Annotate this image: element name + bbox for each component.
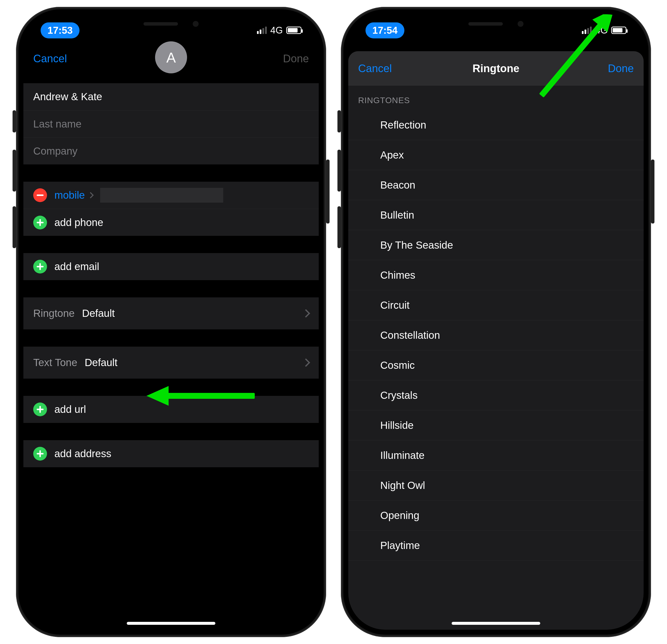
company-field[interactable]: Company [23, 138, 319, 164]
network-label: 4G [270, 25, 283, 36]
ringtone-item[interactable]: Bulletin [348, 200, 644, 230]
ringtone-sheet: Cancel Ringtone Done RINGTONES Reflectio… [348, 51, 644, 630]
phone-number-redacted[interactable] [100, 188, 223, 203]
add-address-row[interactable]: add address [23, 440, 319, 467]
ringtone-item[interactable]: Opening [348, 500, 644, 531]
texttone-row[interactable]: Text Tone Default [23, 347, 319, 379]
done-button[interactable]: Done [589, 62, 634, 75]
ringtone-list[interactable]: ReflectionApexBeaconBulletinBy The Seasi… [348, 110, 644, 561]
add-url-label: add url [54, 403, 86, 415]
notch [427, 14, 565, 33]
ringtone-item[interactable]: Illuminate [348, 440, 644, 470]
chevron-mini-icon [87, 192, 94, 198]
status-time: 17:53 [40, 22, 80, 38]
ringtone-value: Default [82, 307, 115, 319]
status-time: 17:54 [365, 22, 404, 38]
cancel-button[interactable]: Cancel [33, 52, 78, 65]
ringtone-item[interactable]: Beacon [348, 170, 644, 200]
phone-left: 17:53 4G Cancel Done A Andrew & Kate Las… [16, 7, 326, 637]
done-button[interactable]: Done [264, 52, 309, 65]
texttone-label: Text Tone [33, 357, 77, 369]
ringtone-item[interactable]: By The Seaside [348, 230, 644, 260]
first-name-field[interactable]: Andrew & Kate [23, 83, 319, 110]
ringtone-item[interactable]: Night Owl [348, 470, 644, 500]
add-icon [33, 447, 47, 461]
battery-icon [286, 27, 302, 34]
ringtone-item[interactable]: Reflection [348, 110, 644, 140]
screen-left: 17:53 4G Cancel Done A Andrew & Kate Las… [23, 14, 319, 630]
ringtone-row[interactable]: Ringtone Default [23, 297, 319, 329]
add-phone-label: add phone [54, 216, 103, 228]
last-name-field[interactable]: Last name [23, 110, 319, 138]
phone-row[interactable]: mobile [23, 182, 319, 209]
cancel-button[interactable]: Cancel [358, 62, 403, 75]
signal-icon [257, 27, 267, 34]
chevron-right-icon [302, 309, 310, 318]
add-icon [33, 216, 47, 229]
ringtone-item[interactable]: Cosmic [348, 350, 644, 380]
ringtone-item[interactable]: Apex [348, 140, 644, 170]
remove-icon[interactable] [33, 188, 47, 202]
phone-right: 17:54 4G Cancel Ringtone Done RINGTONES … [341, 7, 651, 637]
add-email-label: add email [54, 261, 99, 273]
ringtone-item[interactable]: Chimes [348, 260, 644, 290]
ringtone-item[interactable]: Playtime [348, 531, 644, 561]
screen-right: 17:54 4G Cancel Ringtone Done RINGTONES … [348, 14, 644, 630]
add-icon [33, 402, 47, 416]
add-phone-row[interactable]: add phone [23, 209, 319, 236]
home-indicator[interactable] [452, 622, 540, 625]
ringtone-item[interactable]: Circuit [348, 290, 644, 320]
add-email-row[interactable]: add email [23, 253, 319, 280]
contact-avatar[interactable]: A [155, 42, 187, 74]
ringtone-item[interactable]: Hillside [348, 410, 644, 440]
battery-icon [611, 27, 627, 34]
content: Andrew & Kate Last name Company mobile [23, 83, 319, 630]
phone-type[interactable]: mobile [54, 189, 85, 201]
add-icon [33, 260, 47, 274]
notch [102, 14, 240, 33]
add-url-row[interactable]: add url [23, 396, 319, 423]
sheet-navbar: Cancel Ringtone Done [348, 51, 644, 86]
company-placeholder: Company [33, 145, 78, 157]
ringtone-item[interactable]: Constellation [348, 320, 644, 350]
ringtone-label: Ringtone [33, 307, 75, 319]
first-name-value: Andrew & Kate [33, 91, 102, 103]
chevron-right-icon [302, 358, 310, 367]
ringtones-section-header: RINGTONES [348, 86, 644, 110]
texttone-value: Default [85, 357, 117, 369]
ringtone-item[interactable]: Crystals [348, 380, 644, 410]
home-indicator[interactable] [127, 622, 215, 625]
add-address-label: add address [54, 448, 111, 460]
last-name-placeholder: Last name [33, 118, 81, 130]
